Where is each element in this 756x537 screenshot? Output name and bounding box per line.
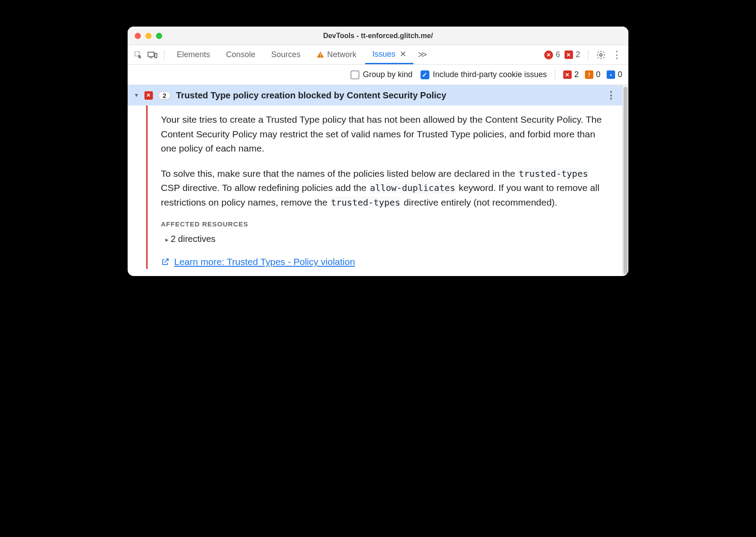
blocked-icon: ✕: [565, 51, 573, 59]
count-value: 0: [596, 70, 600, 79]
tab-elements[interactable]: Elements: [170, 45, 217, 64]
code-allow-duplicates: allow-duplicates: [369, 182, 456, 194]
info-count-pair[interactable]: ▪0: [607, 70, 622, 79]
tab-sources[interactable]: Sources: [264, 45, 308, 64]
blocked-count-pair[interactable]: ✕2: [563, 70, 579, 79]
learn-more-link[interactable]: Learn more: Trusted Types - Policy viola…: [174, 257, 355, 267]
code-trusted-types-2: trusted-types: [330, 197, 401, 208]
svg-rect-3: [155, 53, 157, 58]
issue-description-2: To solve this, make sure that the names …: [161, 167, 609, 210]
separator: [588, 50, 588, 60]
affected-resources-label: AFFECTED RESOURCES: [161, 220, 609, 228]
error-count: 6: [556, 50, 560, 59]
tab-label: Network: [327, 50, 356, 59]
close-icon[interactable]: ✕: [400, 49, 406, 59]
svg-rect-5: [320, 56, 321, 57]
close-window-button[interactable]: [135, 33, 141, 39]
checkbox-icon: [351, 70, 359, 79]
include-third-party-checkbox[interactable]: ✓ Include third-party cookie issues: [421, 70, 547, 79]
count-value: 0: [618, 70, 622, 79]
settings-icon[interactable]: [594, 50, 608, 60]
count-value: 2: [574, 70, 579, 79]
devtools-window: DevTools - tt-enforced.glitch.me/ Elemen…: [128, 27, 628, 276]
blocked-count: 2: [576, 50, 580, 59]
inspect-icon[interactable]: [132, 51, 144, 59]
titlebar: DevTools - tt-enforced.glitch.me/: [128, 27, 628, 45]
more-tabs-icon[interactable]: >>: [415, 50, 428, 60]
external-link-icon: [161, 257, 170, 266]
issue-body: Your site tries to create a Trusted Type…: [146, 105, 622, 269]
checkbox-checked-icon: ✓: [421, 70, 429, 79]
issue-header[interactable]: ▼ ✕ 2 Trusted Type policy creation block…: [128, 85, 622, 105]
separator: [164, 50, 164, 60]
learn-more-row: Learn more: Trusted Types - Policy viola…: [161, 257, 609, 267]
issue-description-1: Your site tries to create a Trusted Type…: [161, 113, 609, 156]
issue-title: Trusted Type policy creation blocked by …: [176, 90, 446, 101]
error-icon: ✕: [544, 51, 553, 59]
window-title: DevTools - tt-enforced.glitch.me/: [128, 32, 628, 40]
checkbox-label: Include third-party cookie issues: [433, 70, 547, 79]
issue-menu-icon[interactable]: ⋮: [606, 90, 616, 101]
svg-point-6: [600, 54, 602, 56]
issues-panel: ▼ ✕ 2 Trusted Type policy creation block…: [128, 85, 622, 276]
tab-label: Elements: [177, 50, 210, 59]
expand-icon[interactable]: ▼: [134, 92, 139, 98]
checkbox-label: Group by kind: [363, 70, 413, 79]
tab-console[interactable]: Console: [219, 45, 262, 64]
minimize-window-button[interactable]: [145, 33, 152, 39]
blocked-icon: ✕: [563, 70, 572, 79]
tabbar: Elements Console Sources Network Issues …: [128, 45, 628, 65]
tab-network[interactable]: Network: [309, 45, 363, 64]
warning-count-pair[interactable]: !0: [585, 70, 600, 79]
tab-label: Sources: [271, 50, 300, 59]
issue-badge[interactable]: ✕ 2: [565, 50, 580, 59]
zoom-window-button[interactable]: [156, 33, 162, 39]
error-badge[interactable]: ✕ 6: [544, 50, 560, 59]
more-icon[interactable]: ⋮: [610, 49, 624, 61]
svg-rect-4: [320, 54, 321, 56]
separator: [555, 70, 555, 80]
device-icon[interactable]: [146, 51, 159, 59]
info-icon: ▪: [607, 70, 615, 79]
issue-count-pill: 2: [158, 91, 171, 100]
directives-disclosure[interactable]: 2 directives: [165, 234, 609, 244]
warning-icon: [316, 51, 324, 59]
blocked-icon: ✕: [144, 91, 153, 100]
warning-icon: !: [585, 70, 593, 79]
scrollbar-thumb[interactable]: [624, 87, 627, 274]
scrollbar[interactable]: [622, 85, 628, 276]
issues-toolbar: Group by kind ✓ Include third-party cook…: [128, 65, 628, 85]
svg-rect-1: [148, 52, 154, 56]
issue-counts: ✕2 !0 ▪0: [563, 70, 622, 79]
tab-label: Issues: [372, 50, 395, 59]
content-area: ▼ ✕ 2 Trusted Type policy creation block…: [128, 85, 628, 276]
traffic-lights: [135, 33, 162, 39]
code-trusted-types: trusted-types: [518, 168, 589, 179]
tab-label: Console: [226, 50, 255, 59]
group-by-kind-checkbox[interactable]: Group by kind: [351, 70, 413, 79]
tab-issues[interactable]: Issues ✕: [365, 45, 413, 64]
